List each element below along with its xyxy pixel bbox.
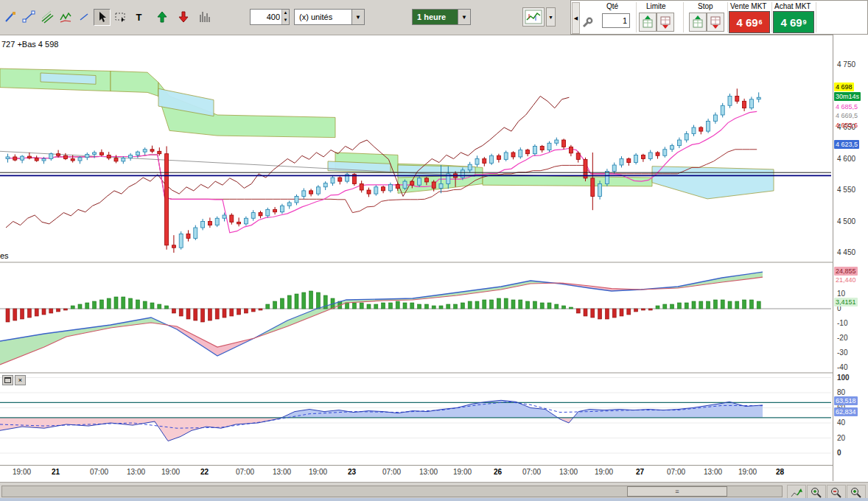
- achat-mkt-button[interactable]: 4 699: [773, 11, 814, 33]
- arrow-down-icon[interactable]: [175, 9, 192, 26]
- horizontal-scrollbar[interactable]: ≡: [1, 486, 783, 497]
- time-axis-label: 19:00: [738, 468, 757, 476]
- qty-label: Qté: [606, 2, 618, 10]
- wrench-icon[interactable]: [581, 17, 593, 29]
- value-tag: 4 685,5: [834, 102, 859, 111]
- axis-label: 40: [837, 418, 845, 427]
- time-axis-label: 19:00: [453, 468, 472, 476]
- quantity-down-icon[interactable]: ▼: [282, 17, 289, 24]
- stop-buy-button[interactable]: [689, 13, 707, 32]
- zigzag-icon[interactable]: [57, 9, 74, 26]
- time-axis-day-label: 27: [636, 468, 644, 476]
- price-chart-canvas[interactable]: [0, 0, 868, 501]
- axis-label: 4 600: [837, 155, 855, 163]
- value-tag: 4 669,5: [834, 111, 859, 120]
- time-axis-label: 07:00: [522, 468, 541, 476]
- achat-mkt-label: Achat MKT: [774, 2, 811, 10]
- timeframe-dropdown-value: 1 heure: [413, 13, 458, 21]
- axis-label: -20: [837, 334, 847, 342]
- scrollbar-thumb[interactable]: ≡: [627, 486, 727, 497]
- value-tag: 4 623,5: [834, 140, 859, 149]
- axis-label: 10: [837, 290, 845, 298]
- value-tag: 30m14s: [834, 92, 861, 101]
- timeframe-dropdown[interactable]: 1 heure ▼: [412, 9, 471, 25]
- indicator-window-icon[interactable]: [2, 375, 13, 385]
- window-edge: [0, 498, 868, 501]
- time-axis[interactable]: 19:002107:0013:0019:002207:0013:0019:002…: [0, 465, 833, 481]
- pencil-icon[interactable]: [1, 9, 18, 26]
- quantity-stepper: ▲ ▼: [250, 9, 290, 25]
- limite-buy-button[interactable]: [639, 13, 657, 32]
- text-tool-icon[interactable]: T: [130, 9, 147, 26]
- value-tag: 21,440: [834, 276, 858, 284]
- stop-sell-button[interactable]: [707, 13, 724, 32]
- time-axis-label: 19:00: [595, 468, 613, 476]
- time-axis-day-label: 22: [200, 468, 209, 476]
- time-axis-label: 13:00: [704, 468, 722, 476]
- timeframe-dropdown-arrow-icon[interactable]: ▼: [458, 10, 470, 24]
- vente-price-sup: 6: [759, 18, 763, 26]
- achat-price-sup: 9: [803, 18, 807, 26]
- scrollbar-grip-icon: ≡: [675, 488, 679, 495]
- value-tag: 24,855: [834, 267, 858, 276]
- axis-label: 4 750: [837, 60, 855, 69]
- quantity-arrows[interactable]: ▲ ▼: [281, 10, 289, 24]
- time-axis-label: 13:00: [559, 468, 578, 476]
- units-dropdown-value: (x) unités: [295, 13, 351, 21]
- chart-style-dropdown-arrow-icon[interactable]: ▼: [546, 7, 556, 27]
- time-axis-day-label: 26: [494, 468, 502, 476]
- vente-mkt-button[interactable]: 4 696: [729, 11, 770, 33]
- indicator-truncated-label: es: [0, 251, 9, 260]
- axis-label: 20: [837, 434, 845, 442]
- units-dropdown[interactable]: (x) unités ▼: [294, 9, 365, 25]
- time-axis-label: 19:00: [13, 468, 31, 476]
- cursor-icon[interactable]: [94, 9, 111, 26]
- selection-rect-icon[interactable]: [112, 9, 129, 26]
- achat-price: 4 69: [780, 16, 802, 29]
- axis-label: 80: [837, 388, 845, 396]
- quantity-input[interactable]: [251, 10, 281, 24]
- units-dropdown-arrow-icon[interactable]: ▼: [351, 10, 364, 24]
- stop-label: Stop: [698, 2, 713, 10]
- time-axis-label: 07:00: [382, 468, 401, 476]
- limite-sell-button[interactable]: [657, 13, 674, 32]
- axis-label: -30: [837, 348, 847, 357]
- axis-label: 100: [837, 374, 850, 382]
- time-axis-day-label: 23: [348, 468, 356, 476]
- segment-icon[interactable]: [75, 9, 92, 26]
- value-tag: 4 653,6: [834, 121, 859, 130]
- time-axis-label: 13:00: [127, 468, 145, 476]
- channel-icon[interactable]: [38, 9, 55, 26]
- time-axis-label: 07:00: [236, 468, 254, 476]
- volume-bars-icon[interactable]: [196, 9, 213, 26]
- time-axis-day-label: 28: [776, 468, 784, 476]
- value-tag: 3,4151: [834, 298, 858, 306]
- order-panel-collapse-arrow-icon[interactable]: ◀: [572, 2, 580, 34]
- time-axis-label: 07:00: [90, 468, 108, 476]
- vente-mkt-label: Vente MKT: [730, 2, 766, 10]
- arrow-up-icon[interactable]: [153, 9, 170, 26]
- chart-header-text: 727 +Bas 4 598: [1, 40, 58, 49]
- axis-label: -40: [837, 363, 847, 371]
- axis-label: 0: [837, 449, 841, 457]
- axis-label: -10: [837, 319, 847, 327]
- value-tag: 63,518: [834, 396, 858, 405]
- price-axis[interactable]: 4 7504 7004 6504 6004 5504 5004 450100-1…: [833, 35, 868, 481]
- trendline-icon[interactable]: [20, 9, 37, 26]
- order-qty-input[interactable]: [602, 13, 630, 28]
- time-axis-label: 19:00: [309, 468, 327, 476]
- trading-platform-window: T ▲ ▼: [0, 0, 868, 501]
- value-tag: 4 698: [834, 83, 854, 91]
- time-axis-label: 07:00: [667, 468, 685, 476]
- order-panel: ◀ Qté Limite Stop Vente MKT 4 696 Achat …: [570, 0, 868, 35]
- vente-price: 4 69: [736, 16, 757, 29]
- time-axis-day-label: 21: [52, 468, 60, 476]
- time-axis-label: 13:00: [273, 468, 291, 476]
- axis-label: 4 550: [837, 186, 855, 194]
- chart-style-icon[interactable]: [522, 7, 545, 27]
- value-tag: 62,834: [834, 407, 858, 416]
- indicator-close-icon[interactable]: ×: [15, 375, 26, 385]
- quantity-up-icon[interactable]: ▲: [282, 10, 289, 17]
- axis-label: 4 450: [837, 248, 855, 256]
- time-axis-label: 13:00: [419, 468, 438, 476]
